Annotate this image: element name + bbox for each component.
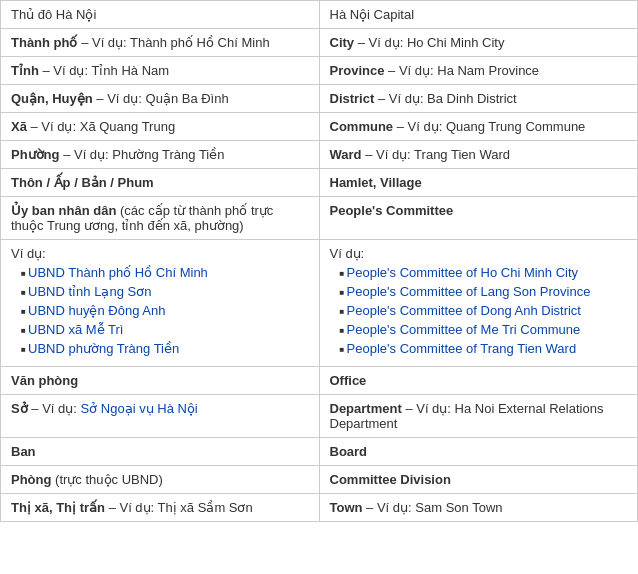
ubnd-trangtien-link[interactable]: UBND phường Tràng Tiền bbox=[28, 341, 179, 356]
cell-term: District bbox=[330, 91, 375, 106]
right-cell: People's Committee bbox=[319, 197, 638, 240]
cell-term: Town bbox=[330, 500, 363, 515]
list-item: UBND huyện Đông Anh bbox=[21, 303, 309, 318]
table-row: Ủy ban nhân dân (các cấp từ thành phố tr… bbox=[1, 197, 638, 240]
left-cell: Sở – Ví dụ: Sở Ngoại vụ Hà Nội bbox=[1, 395, 320, 438]
cell-term: Department bbox=[330, 401, 402, 416]
pc-hcm-link[interactable]: People's Committee of Ho Chi Minh City bbox=[347, 265, 579, 280]
right-cell: City – Ví dụ: Ho Chi Minh City bbox=[319, 29, 638, 57]
left-cell: Ví dụ: UBND Thành phố Hồ Chí Minh UBND t… bbox=[1, 240, 320, 367]
cell-term: City bbox=[330, 35, 355, 50]
right-cell: Department – Ví dụ: Ha Noi External Rela… bbox=[319, 395, 638, 438]
cell-term: Commune bbox=[330, 119, 394, 134]
right-cell: Ví dụ: People's Committee of Ho Chi Minh… bbox=[319, 240, 638, 367]
list-item: People's Committee of Trang Tien Ward bbox=[340, 341, 628, 356]
example-label: Ví dụ: bbox=[330, 246, 628, 261]
cell-term: Sở bbox=[11, 401, 28, 416]
ubnd-donganh-link[interactable]: UBND huyện Đông Anh bbox=[28, 303, 165, 318]
cell-example: – Ví dụ: Tỉnh Hà Nam bbox=[42, 63, 169, 78]
pc-langson-link[interactable]: People's Committee of Lang Son Province bbox=[347, 284, 591, 299]
ubnd-langson-link[interactable]: UBND tỉnh Lạng Sơn bbox=[28, 284, 151, 299]
cell-term: Ward bbox=[330, 147, 362, 162]
cell-term: Xã bbox=[11, 119, 27, 134]
right-cell: District – Ví dụ: Ba Dinh District bbox=[319, 85, 638, 113]
pc-trangtien-link[interactable]: People's Committee of Trang Tien Ward bbox=[347, 341, 577, 356]
cell-term: Thành phố bbox=[11, 35, 78, 50]
table-row: Thôn / Ấp / Bản / Phum Hamlet, Village bbox=[1, 169, 638, 197]
right-cell: Province – Ví dụ: Ha Nam Province bbox=[319, 57, 638, 85]
cell-term: Quận, Huyện bbox=[11, 91, 93, 106]
cell-term: Ủy ban nhân dân bbox=[11, 203, 116, 218]
cell-term: Hamlet, Village bbox=[330, 175, 422, 190]
table-row: Văn phòng Office bbox=[1, 367, 638, 395]
left-cell: Thị xã, Thị trấn – Ví dụ: Thị xã Sầm Sơn bbox=[1, 494, 320, 522]
right-cell: Hà Nội Capital bbox=[319, 1, 638, 29]
left-cell: Văn phòng bbox=[1, 367, 320, 395]
so-ngoaivu-link[interactable]: Sở Ngoại vụ Hà Nội bbox=[81, 401, 198, 416]
left-list: UBND Thành phố Hồ Chí Minh UBND tỉnh Lạn… bbox=[11, 265, 309, 356]
table-row: Phòng (trực thuộc UBND) Committee Divisi… bbox=[1, 466, 638, 494]
table-row: Ví dụ: UBND Thành phố Hồ Chí Minh UBND t… bbox=[1, 240, 638, 367]
cell-term: Phường bbox=[11, 147, 60, 162]
table-row: Ban Board bbox=[1, 438, 638, 466]
cell-example: – Ví dụ: bbox=[31, 401, 80, 416]
cell-term: Ban bbox=[11, 444, 36, 459]
cell-term: Thôn / Ấp / Bản / Phum bbox=[11, 175, 154, 190]
cell-example: – Ví dụ: Thành phố Hồ Chí Minh bbox=[81, 35, 270, 50]
list-item: People's Committee of Dong Anh District bbox=[340, 303, 628, 318]
pc-donganh-link[interactable]: People's Committee of Dong Anh District bbox=[347, 303, 581, 318]
cell-term: Province bbox=[330, 63, 385, 78]
ubnd-hcm-link[interactable]: UBND Thành phố Hồ Chí Minh bbox=[28, 265, 208, 280]
left-cell: Quận, Huyện – Ví dụ: Quận Ba Đình bbox=[1, 85, 320, 113]
pc-metri-link[interactable]: People's Committee of Me Tri Commune bbox=[347, 322, 581, 337]
table-row: Sở – Ví dụ: Sở Ngoại vụ Hà Nội Departmen… bbox=[1, 395, 638, 438]
table-row: Thành phố – Ví dụ: Thành phố Hồ Chí Minh… bbox=[1, 29, 638, 57]
right-cell: Town – Ví dụ: Sam Son Town bbox=[319, 494, 638, 522]
cell-example: – Ví dụ: Trang Tien Ward bbox=[365, 147, 510, 162]
right-cell: Board bbox=[319, 438, 638, 466]
left-cell: Thủ đô Hà Nội bbox=[1, 1, 320, 29]
cell-example: – Ví dụ: Ba Dinh District bbox=[378, 91, 517, 106]
right-cell: Committee Division bbox=[319, 466, 638, 494]
main-table: Thủ đô Hà Nội Hà Nội Capital Thành phố –… bbox=[0, 0, 638, 522]
cell-example: – Ví dụ: Xã Quang Trung bbox=[31, 119, 176, 134]
list-item: People's Committee of Me Tri Commune bbox=[340, 322, 628, 337]
table-row: Tỉnh – Ví dụ: Tỉnh Hà Nam Province – Ví … bbox=[1, 57, 638, 85]
cell-example: – Ví dụ: Ha Nam Province bbox=[388, 63, 539, 78]
cell-term: Tỉnh bbox=[11, 63, 39, 78]
cell-text: Hà Nội Capital bbox=[330, 7, 415, 22]
table-row: Quận, Huyện – Ví dụ: Quận Ba Đình Distri… bbox=[1, 85, 638, 113]
left-cell: Tỉnh – Ví dụ: Tỉnh Hà Nam bbox=[1, 57, 320, 85]
cell-term: People's Committee bbox=[330, 203, 454, 218]
cell-term: Board bbox=[330, 444, 368, 459]
table-row: Xã – Ví dụ: Xã Quang Trung Commune – Ví … bbox=[1, 113, 638, 141]
table-row: Thị xã, Thị trấn – Ví dụ: Thị xã Sầm Sơn… bbox=[1, 494, 638, 522]
left-cell: Ủy ban nhân dân (các cấp từ thành phố tr… bbox=[1, 197, 320, 240]
cell-example: – Ví dụ: Quận Ba Đình bbox=[96, 91, 228, 106]
table-row: Phường – Ví dụ: Phường Tràng Tiền Ward –… bbox=[1, 141, 638, 169]
example-label: Ví dụ: bbox=[11, 246, 309, 261]
right-cell: Office bbox=[319, 367, 638, 395]
left-cell: Thôn / Ấp / Bản / Phum bbox=[1, 169, 320, 197]
cell-term: Committee Division bbox=[330, 472, 451, 487]
list-item: UBND phường Tràng Tiền bbox=[21, 341, 309, 356]
right-cell: Commune – Ví dụ: Quang Trung Commune bbox=[319, 113, 638, 141]
left-cell: Ban bbox=[1, 438, 320, 466]
ubnd-metri-link[interactable]: UBND xã Mễ Trì bbox=[28, 322, 123, 337]
cell-description: (trực thuộc UBND) bbox=[55, 472, 163, 487]
list-item: UBND xã Mễ Trì bbox=[21, 322, 309, 337]
right-list: People's Committee of Ho Chi Minh City P… bbox=[330, 265, 628, 356]
cell-term: Thị xã, Thị trấn bbox=[11, 500, 105, 515]
list-item: UBND tỉnh Lạng Sơn bbox=[21, 284, 309, 299]
right-cell: Ward – Ví dụ: Trang Tien Ward bbox=[319, 141, 638, 169]
cell-term: Văn phòng bbox=[11, 373, 78, 388]
cell-example: – Ví dụ: Phường Tràng Tiền bbox=[63, 147, 224, 162]
left-cell: Phòng (trực thuộc UBND) bbox=[1, 466, 320, 494]
cell-example: – Ví dụ: Ho Chi Minh City bbox=[358, 35, 505, 50]
cell-example: – Ví dụ: Sam Son Town bbox=[366, 500, 502, 515]
cell-text: Thủ đô Hà Nội bbox=[11, 7, 96, 22]
list-item: People's Committee of Lang Son Province bbox=[340, 284, 628, 299]
cell-example: – Ví dụ: Quang Trung Commune bbox=[397, 119, 586, 134]
left-cell: Xã – Ví dụ: Xã Quang Trung bbox=[1, 113, 320, 141]
list-item: People's Committee of Ho Chi Minh City bbox=[340, 265, 628, 280]
